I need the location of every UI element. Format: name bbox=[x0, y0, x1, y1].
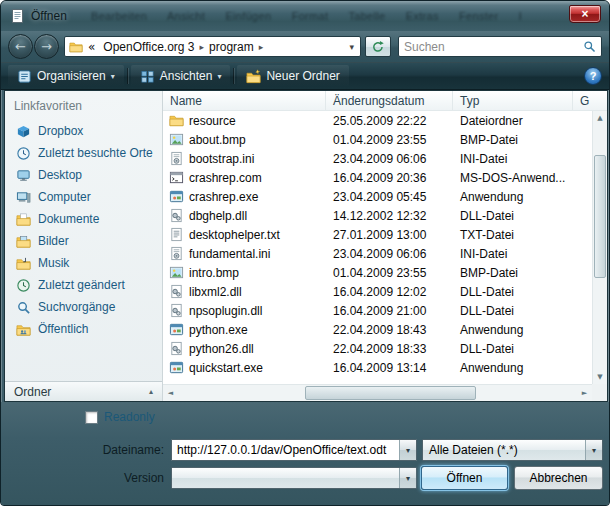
pictures-folder-icon bbox=[16, 234, 31, 249]
file-date-cell: 22.04.2009 18:43 bbox=[326, 323, 453, 337]
app-file-icon bbox=[169, 360, 184, 375]
breadcrumb-dropdown-icon[interactable] bbox=[347, 42, 356, 52]
scroll-down-arrow[interactable] bbox=[593, 370, 607, 384]
file-name-cell: intro.bmp bbox=[163, 265, 326, 280]
scroll-left-arrow[interactable] bbox=[163, 385, 178, 401]
searches-icon bbox=[16, 300, 31, 315]
vertical-scrollbar[interactable] bbox=[592, 111, 607, 384]
breadcrumb-bar[interactable]: « OpenOffice.org 3 program bbox=[64, 36, 361, 57]
file-row-about-bmp[interactable]: about.bmp01.04.2009 23:55BMP-Datei bbox=[163, 130, 592, 149]
column-header-typ[interactable]: Typ bbox=[453, 91, 573, 110]
sidebar-item-dropbox[interactable]: Dropbox bbox=[5, 120, 162, 142]
titlebar[interactable]: Bearbeiten Ansicht Einfügen Format Tabel… bbox=[1, 1, 609, 31]
cancel-button[interactable]: Abbrechen bbox=[514, 466, 603, 490]
sidebar-item-computer[interactable]: Computer bbox=[5, 186, 162, 208]
help-button[interactable]: ? bbox=[584, 67, 602, 85]
file-row-quickstart-exe[interactable]: quickstart.exe16.04.2009 13:14Anwendung bbox=[163, 358, 592, 377]
file-row-crashrep-com[interactable]: crashrep.com16.04.2009 20:36MS-DOS-Anwen… bbox=[163, 168, 592, 187]
breadcrumb-segment-current[interactable]: program bbox=[206, 40, 257, 54]
back-button[interactable] bbox=[8, 34, 33, 59]
column-header-g[interactable]: G bbox=[573, 91, 607, 110]
filename-dropdown-icon[interactable] bbox=[399, 440, 416, 460]
chevron-right-icon[interactable] bbox=[259, 42, 264, 52]
views-icon bbox=[140, 69, 155, 84]
file-row-intro-bmp[interactable]: intro.bmp01.04.2009 23:55BMP-Datei bbox=[163, 263, 592, 282]
column-header-änderungsdatum[interactable]: Änderungsdatum bbox=[326, 91, 453, 110]
file-name: libxml2.dll bbox=[189, 285, 242, 299]
filename-combobox[interactable] bbox=[171, 439, 417, 461]
views-button[interactable]: Ansichten bbox=[131, 65, 231, 87]
folders-expander[interactable]: Ordner bbox=[5, 381, 162, 401]
readonly-checkbox[interactable] bbox=[85, 411, 98, 424]
sidebar-item-zuletzt-geändert[interactable]: Zuletzt geändert bbox=[5, 274, 162, 296]
readonly-option: Readonly bbox=[85, 410, 155, 424]
file-name-cell: desktophelper.txt bbox=[163, 227, 326, 242]
filetype-dropdown-icon[interactable] bbox=[585, 440, 602, 460]
search-input[interactable] bbox=[404, 40, 583, 54]
ini-file-icon bbox=[169, 151, 184, 166]
file-type-cell: MS-DOS-Anwend... bbox=[453, 171, 573, 185]
file-row-dbghelp-dll[interactable]: dbghelp.dll14.12.2002 12:32DLL-Datei bbox=[163, 206, 592, 225]
file-row-python-exe[interactable]: python.exe22.04.2009 18:43Anwendung bbox=[163, 320, 592, 339]
sidebar-item-zuletzt-besuchte-orte[interactable]: Zuletzt besuchte Orte bbox=[5, 142, 162, 164]
file-row-resource[interactable]: resource25.05.2009 22:22Dateiordner bbox=[163, 111, 592, 130]
file-type-cell: DLL-Datei bbox=[453, 285, 573, 299]
refresh-button[interactable] bbox=[365, 36, 391, 57]
version-dropdown-icon[interactable] bbox=[399, 468, 416, 488]
folder-icon bbox=[169, 113, 184, 128]
scroll-right-arrow[interactable] bbox=[577, 385, 592, 401]
new-folder-button[interactable]: Neuer Ordner bbox=[237, 65, 348, 87]
file-date-cell: 23.04.2009 06:06 bbox=[326, 247, 453, 261]
file-date-cell: 22.04.2009 18:33 bbox=[326, 342, 453, 356]
txt-file-icon bbox=[169, 227, 184, 242]
chevron-right-icon[interactable] bbox=[200, 42, 205, 52]
breadcrumb-segment-root[interactable]: OpenOffice.org 3 bbox=[100, 40, 197, 54]
filename-input[interactable] bbox=[172, 443, 399, 457]
file-row-fundamental-ini[interactable]: fundamental.ini23.04.2009 06:06INI-Datei bbox=[163, 244, 592, 263]
vertical-scrollbar-thumb[interactable] bbox=[594, 155, 606, 278]
forward-button[interactable] bbox=[34, 34, 59, 59]
dll-file-icon bbox=[169, 208, 184, 223]
favorites-header: Linkfavoriten bbox=[5, 91, 162, 120]
file-row-python26-dll[interactable]: python26.dll22.04.2009 18:33DLL-Datei bbox=[163, 339, 592, 358]
sidebar-item-bilder[interactable]: Bilder bbox=[5, 230, 162, 252]
file-list: NameÄnderungsdatumTypG resource25.05.200… bbox=[163, 91, 607, 401]
file-type-cell: Dateiordner bbox=[453, 114, 573, 128]
file-row-desktophelper-txt[interactable]: desktophelper.txt27.01.2009 13:00TXT-Dat… bbox=[163, 225, 592, 244]
filetype-value: Alle Dateien (*.*) bbox=[423, 443, 585, 457]
sidebar-item-desktop[interactable]: Desktop bbox=[5, 164, 162, 186]
sidebar-item-suchvorgänge[interactable]: Suchvorgänge bbox=[5, 296, 162, 318]
version-combobox[interactable] bbox=[171, 467, 417, 489]
file-name-cell: python.exe bbox=[163, 322, 326, 337]
dialog-footer: Readonly Dateiname: Alle Dateien (*.*) V… bbox=[1, 402, 609, 505]
organize-button[interactable]: Organisieren bbox=[8, 65, 124, 87]
file-row-bootstrap-ini[interactable]: bootstrap.ini23.04.2009 06:06INI-Datei bbox=[163, 149, 592, 168]
file-row-npsoplugin-dll[interactable]: npsoplugin.dll16.04.2009 21:00DLL-Datei bbox=[163, 301, 592, 320]
dll-file-icon bbox=[169, 284, 184, 299]
sidebar-item-label: Öffentlich bbox=[38, 322, 88, 336]
horizontal-scrollbar-thumb[interactable] bbox=[305, 386, 477, 400]
file-row-libxml2-dll[interactable]: libxml2.dll16.04.2009 12:02DLL-Datei bbox=[163, 282, 592, 301]
file-row-crashrep-exe[interactable]: crashrep.exe23.04.2009 05:45Anwendung bbox=[163, 187, 592, 206]
file-name: quickstart.exe bbox=[189, 361, 263, 375]
chevron-up-icon bbox=[149, 387, 153, 396]
scroll-up-arrow[interactable] bbox=[593, 111, 607, 125]
open-button[interactable]: Öffnen bbox=[421, 466, 508, 490]
computer-icon bbox=[16, 190, 31, 205]
column-header-name[interactable]: Name bbox=[163, 91, 326, 110]
horizontal-scrollbar[interactable] bbox=[163, 384, 592, 401]
sidebar-item-dokumente[interactable]: Dokumente bbox=[5, 208, 162, 230]
sidebar-item-öffentlich[interactable]: Öffentlich bbox=[5, 318, 162, 340]
breadcrumb-overflow[interactable]: « bbox=[85, 40, 98, 54]
search-box[interactable] bbox=[398, 36, 602, 57]
chevron-down-icon bbox=[111, 72, 115, 81]
background-window-menu-blur: Bearbeiten Ansicht Einfügen Format Tabel… bbox=[91, 10, 521, 22]
filetype-combobox[interactable]: Alle Dateien (*.*) bbox=[422, 439, 603, 461]
close-button[interactable] bbox=[569, 5, 601, 23]
file-date-cell: 27.01.2009 13:00 bbox=[326, 228, 453, 242]
file-name-cell: python26.dll bbox=[163, 341, 326, 356]
sidebar-item-musik[interactable]: Musik bbox=[5, 252, 162, 274]
ini-file-icon bbox=[169, 246, 184, 261]
file-name-cell: crashrep.com bbox=[163, 170, 326, 185]
file-name-cell: about.bmp bbox=[163, 132, 326, 147]
